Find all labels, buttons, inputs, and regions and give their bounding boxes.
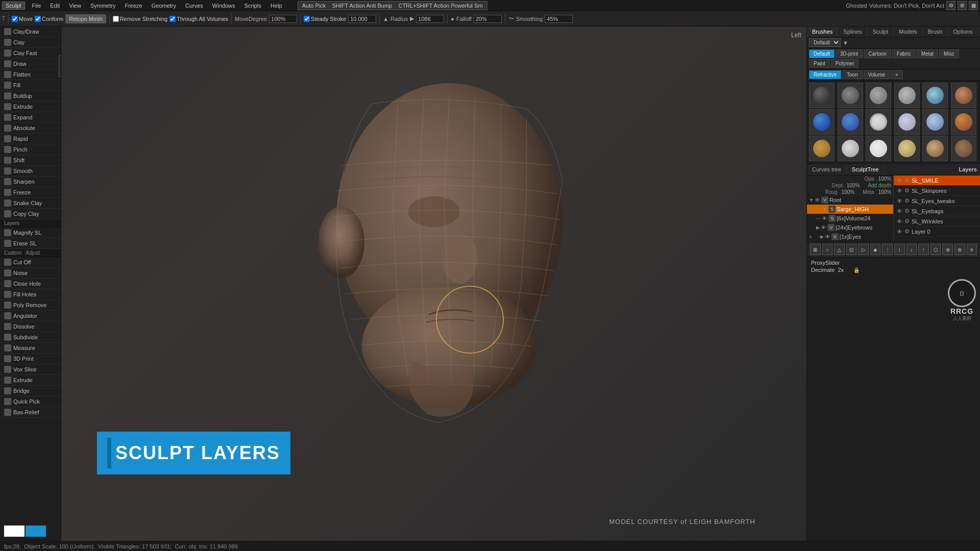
panel-icon-6[interactable]: ◈: [870, 244, 881, 255]
tab-splines[interactable]: Splines: [838, 27, 867, 37]
sub-tab-refractive[interactable]: Refractive: [809, 70, 841, 79]
sidebar-item-cut-off[interactable]: Cut Off: [0, 257, 61, 268]
brush-item-8[interactable]: [838, 109, 863, 135]
panel-icon-13[interactable]: ⊜: [954, 244, 965, 255]
sl-smile-settings[interactable]: ⚙: [904, 177, 910, 184]
panel-icon-3[interactable]: △: [834, 244, 845, 255]
sidebar-item-bas-relief[interactable]: Bas-Relief: [0, 407, 61, 418]
sidebar-item-3d-print[interactable]: 3D Print: [0, 354, 61, 364]
sidebar-item-clay-fast[interactable]: Clay Fast: [0, 48, 61, 59]
brush-item-18[interactable]: [951, 136, 976, 161]
menu-help[interactable]: Help: [266, 2, 286, 10]
sl-wrinkles-eye[interactable]: 👁: [897, 218, 902, 224]
brush-item-17[interactable]: [922, 136, 948, 161]
panel-icon-1[interactable]: ⊞: [810, 244, 821, 255]
steady-stroke-input[interactable]: [348, 15, 376, 23]
sl-eyebags-eye[interactable]: 👁: [897, 208, 902, 214]
move-checkbox[interactable]: Move: [12, 16, 33, 22]
brush-item-1[interactable]: [809, 83, 835, 108]
layer-sl-wrinkles[interactable]: 👁 ⚙ SL_Wrinkles: [894, 216, 980, 227]
sidebar-item-clay[interactable]: Clay: [0, 37, 61, 48]
sl-wrinkles-settings[interactable]: ⚙: [904, 218, 910, 224]
falloff-input[interactable]: [474, 15, 502, 23]
sub-tab-add[interactable]: +: [891, 70, 903, 79]
sidebar-item-freeze[interactable]: Freeze: [0, 187, 61, 198]
white-swatch[interactable]: [4, 525, 24, 537]
layout-icon[interactable]: ▦: [969, 1, 978, 10]
settings-icon[interactable]: ⚙: [946, 1, 955, 10]
layer-layer0[interactable]: 👁 ⚙ Layer 0: [894, 227, 980, 237]
menu-symmetry[interactable]: Symmetry: [86, 2, 120, 10]
move-degree-input[interactable]: [269, 15, 297, 23]
sidebar-item-pinch[interactable]: Pinch: [0, 144, 61, 155]
radius-input[interactable]: [416, 15, 444, 23]
sidebar-item-poly-remove[interactable]: Poly Remove: [0, 300, 61, 311]
viewport[interactable]: Left SCULPT LAYERS MODEL COURTESY of LEI…: [61, 27, 806, 541]
preset-tab-misc[interactable]: Misc: [939, 49, 959, 58]
sidebar-item-close-hole[interactable]: Close Hole: [0, 279, 61, 289]
preset-tab-metal[interactable]: Metal: [917, 49, 938, 58]
sidebar-item-extrude2[interactable]: Extrude: [0, 375, 61, 386]
sl-skinpores-settings[interactable]: ⚙: [904, 187, 910, 194]
sidebar-item-bridge[interactable]: Bridge: [0, 386, 61, 396]
layer-sl-smile[interactable]: 👁 ⚙ SL_SMILE: [894, 176, 980, 186]
sidebar-item-magnify-sl[interactable]: Magnify SL: [0, 228, 61, 238]
sidebar-item-smooth[interactable]: Smooth: [0, 166, 61, 177]
sidebar-item-quick-pick[interactable]: Quick Pick: [0, 396, 61, 407]
tab-panel[interactable]: Panel: [978, 27, 980, 37]
tree-root[interactable]: ▼ 👁 V Root: [807, 195, 893, 205]
menu-geometry[interactable]: Geometry: [148, 2, 180, 10]
tab-sculpt[interactable]: Sculpt: [867, 27, 894, 37]
sidebar-item-extrude[interactable]: Extrude: [0, 102, 61, 112]
grid-icon[interactable]: ⊞: [958, 1, 967, 10]
sidebar-item-fill[interactable]: Fill: [0, 80, 61, 91]
brush-item-7[interactable]: [809, 109, 835, 135]
layer-sl-eyes-tweaks[interactable]: 👁 ⚙ SL_Eyes_tweaks: [894, 196, 980, 206]
sl-eyes-tweaks-eye[interactable]: 👁: [897, 198, 902, 204]
eyebrow-eye[interactable]: 👁: [821, 224, 826, 231]
sidebar-item-shift[interactable]: Shift: [0, 155, 61, 166]
eyes-eye[interactable]: 👁: [825, 234, 830, 240]
tree-eyes[interactable]: + ▶ 👁 V [1x]Eyes: [807, 232, 893, 241]
sl-eyebags-settings[interactable]: ⚙: [904, 208, 910, 214]
tab-brushes[interactable]: Brushes: [807, 27, 838, 37]
tab-options[interactable]: Options: [948, 27, 978, 37]
brush-item-11[interactable]: [922, 109, 948, 135]
tree-sarge-high[interactable]: — 👁 S Sarge_HIGH: [807, 205, 893, 214]
blue-swatch[interactable]: [26, 525, 46, 537]
sidebar-item-measure[interactable]: Measure: [0, 343, 61, 354]
panel-icon-14[interactable]: ≡: [967, 244, 977, 255]
sidebar-item-clay-draw[interactable]: Clay/Draw: [0, 27, 61, 37]
menu-file[interactable]: File: [28, 2, 45, 10]
brush-item-4[interactable]: [894, 83, 920, 108]
panel-icon-12[interactable]: ⊛: [942, 244, 953, 255]
preset-select[interactable]: Default: [809, 38, 841, 47]
brush-item-6[interactable]: [951, 83, 976, 108]
panel-icon-8[interactable]: ↕: [894, 244, 905, 255]
sidebar-item-copy-clay[interactable]: Copy Clay: [0, 209, 61, 219]
sub-tab-toon[interactable]: Toon: [842, 70, 863, 79]
sidebar-item-flatten[interactable]: Flatten: [0, 69, 61, 80]
sidebar-item-snake-clay[interactable]: Snake Clay: [0, 198, 61, 209]
brush-item-15[interactable]: [866, 136, 891, 161]
menu-scripts[interactable]: Scripts: [240, 2, 265, 10]
vol-eye[interactable]: 👁: [822, 215, 827, 221]
brush-item-5[interactable]: [922, 83, 948, 108]
sidebar-item-draw[interactable]: Draw: [0, 59, 61, 69]
menu-windows[interactable]: Windows: [208, 2, 239, 10]
preset-tab-polymer[interactable]: Polymer: [831, 59, 859, 68]
panel-icon-2[interactable]: ○: [822, 244, 833, 255]
through-all-volumes-checkbox[interactable]: Through All Volumes: [169, 16, 228, 22]
layer0-eye[interactable]: 👁: [897, 229, 902, 235]
sidebar-item-buildup[interactable]: Buildup: [0, 91, 61, 102]
preset-tab-fabric[interactable]: Fabric: [892, 49, 916, 58]
brush-item-12[interactable]: [951, 109, 976, 135]
conform-checkbox[interactable]: Conform: [35, 16, 63, 22]
tree-eyebrows[interactable]: ▶ 👁 V [24x]Eyebrows: [807, 223, 893, 232]
preset-tab-3dprint[interactable]: 3D-print: [836, 49, 863, 58]
root-eye[interactable]: 👁: [815, 197, 820, 203]
brush-item-13[interactable]: [809, 136, 835, 161]
brush-item-2[interactable]: [838, 83, 863, 108]
sidebar-item-sharpen[interactable]: Sharpen: [0, 177, 61, 187]
menu-view[interactable]: View: [65, 2, 85, 10]
